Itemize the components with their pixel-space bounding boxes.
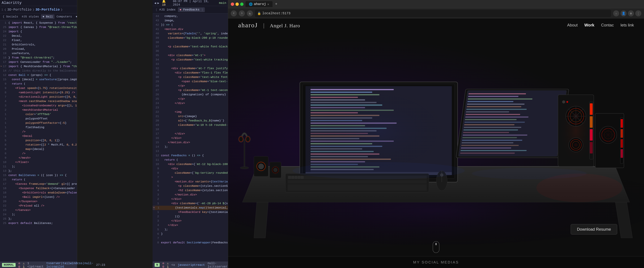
breadcrumb-sep1: ❮ [4, 7, 6, 12]
svg-rect-76 [590, 103, 593, 115]
svg-rect-96 [621, 119, 623, 128]
svg-rect-98 [621, 139, 623, 148]
svg-rect-114 [295, 176, 297, 179]
svg-rect-57 [466, 114, 520, 115]
svg-rect-63 [464, 129, 518, 130]
tab-js-index[interactable]: ( #JS index [154, 7, 177, 12]
new-tab-btn[interactable]: + [273, 1, 279, 7]
menu-btn[interactable]: ⋮ [635, 10, 641, 16]
status-warnings2: ⚠ 1 [167, 262, 169, 268]
browser-nav-bar: ‹ › ↻ 🔒 localhost:5173 ☆ 👤 ⚙ ⋮ [228, 8, 644, 18]
breadcrumb: 1 ❮ 3D-Portfolio ❯ 3D-Portfolio ❯ [1, 7, 63, 12]
editor2-topbar: ◀ ▶ 🔔 10 06:07 PM | April 19, 2024 main [152, 0, 228, 6]
svg-rect-54 [467, 106, 522, 107]
svg-point-91 [574, 143, 578, 147]
extensions-btn[interactable]: ⚙ [628, 10, 634, 16]
tab-earth[interactable]: ● Earth [74, 14, 77, 19]
tab-computers[interactable]: Computers [55, 14, 74, 19]
svg-rect-112 [288, 176, 291, 179]
svg-point-134 [293, 162, 465, 179]
browser-tab-aharoj[interactable]: 🌐 aharoj ✕ [246, 1, 272, 7]
svg-rect-110 [288, 184, 427, 188]
scroll-indicator [433, 241, 440, 253]
svg-point-129 [240, 167, 249, 169]
status-warnings: ⚠ 1 [23, 262, 25, 268]
time-display: 06:07 PM | April 19, 2024 [173, 0, 217, 6]
svg-rect-67 [462, 140, 522, 141]
back-button[interactable]: ‹ [231, 10, 237, 16]
breadcrumb-file: 3D-Portfolio [36, 8, 60, 11]
status-pos: 27:23 [96, 263, 105, 267]
nav-letslink[interactable]: lets link [620, 23, 634, 27]
profile-btn[interactable]: 👤 [620, 10, 626, 16]
svg-rect-78 [590, 129, 593, 141]
nav-about[interactable]: About [567, 23, 578, 27]
svg-rect-115 [298, 176, 300, 179]
refresh-button[interactable]: ↻ [247, 10, 253, 16]
svg-point-92 [562, 100, 565, 103]
svg-rect-71 [460, 150, 526, 151]
svg-rect-55 [466, 109, 526, 110]
svg-rect-64 [463, 132, 509, 133]
download-resume-label: Download Resume [577, 227, 611, 232]
svg-point-136 [536, 174, 622, 202]
editor1-code: 1( import React, { Suspense } from 'reac… [0, 20, 77, 262]
svg-rect-60 [464, 122, 525, 123]
site-logo: aharoJ [238, 22, 258, 29]
editor1-content: 1( import React, { Suspense } from 'reac… [0, 20, 77, 262]
svg-rect-66 [462, 137, 517, 138]
editor2-statusbar: N ⊘ 0 ⚠ 1 <x javascriptreact null-ls|tss… [152, 262, 228, 268]
site-logo-name: Angel J. Haro [270, 23, 300, 28]
download-resume-button[interactable]: Download Resume [571, 224, 617, 235]
bookmark-btn[interactable]: ☆ [613, 10, 619, 16]
vim-mode: NORMAL [2, 263, 16, 267]
status-errors: ⊘ 0 [18, 262, 20, 268]
svg-rect-74 [558, 95, 594, 167]
browser-panel: 🌐 aharoj ✕ + ‹ › ↻ 🔒 localhost:5173 ☆ 👤 … [228, 0, 644, 268]
svg-rect-49 [468, 93, 526, 94]
status-errors2: ⊘ 0 [162, 262, 164, 268]
editor1-breadcrumb-bar: 1 ❮ 3D-Portfolio ❯ 3D-Portfolio ❯ [0, 6, 77, 13]
breadcrumb-folder1: 3D-Portfolio [7, 8, 31, 11]
tab-socials[interactable]: { Socials [1, 14, 20, 19]
minimize-dot[interactable] [236, 2, 239, 6]
arrow-right: ▶ [158, 1, 159, 5]
editor1-file-tabs: { Socials #JS styles ● Ball Computers ● … [0, 13, 77, 20]
svg-rect-48 [458, 90, 566, 156]
tab-favicon: 🌐 [249, 2, 252, 6]
editor1-titlebar: Alacritty [0, 0, 77, 6]
social-bar: MY SOCIAL MEDIAS [228, 256, 644, 268]
forward-button[interactable]: › [239, 10, 245, 16]
svg-rect-128 [244, 139, 245, 168]
svg-rect-68 [462, 142, 513, 143]
tab-close-btn[interactable]: ✕ [267, 2, 269, 6]
lock-icon: 🔒 [257, 11, 261, 15]
svg-rect-53 [467, 104, 524, 105]
tab-ball[interactable]: ● Ball [41, 14, 54, 19]
site-logo-separator: | [262, 23, 266, 29]
svg-rect-62 [464, 127, 521, 128]
url-bar[interactable]: 🔒 localhost:5173 [255, 10, 611, 17]
site-nav-links: About Work Contac lets link [567, 23, 634, 27]
svg-rect-46 [306, 86, 452, 175]
nav-contact[interactable]: Contac [601, 23, 614, 27]
url-text: localhost:5173 [262, 11, 290, 15]
breadcrumb-num: 1 [1, 8, 3, 11]
svg-rect-116 [301, 176, 304, 179]
editor2-nav: ◀ ▶ [154, 1, 159, 5]
editor2-file-tabs: ( #JS index ● Feedbacks ) [152, 6, 228, 13]
close-dot[interactable] [231, 2, 234, 6]
website-viewport: aharoJ | Angel J. Haro About Work Contac… [228, 18, 644, 268]
branch-name: main [219, 1, 226, 5]
editor2-meta: 🔔 10 06:07 PM | April 19, 2024 main [162, 0, 226, 6]
tab-feedbacks[interactable]: ● Feedbacks ) [178, 7, 205, 12]
svg-rect-97 [621, 129, 623, 138]
browser-window-bar: 🌐 aharoj ✕ + [228, 0, 644, 8]
svg-rect-50 [468, 96, 518, 97]
tab-js-styles[interactable]: #JS styles [20, 14, 40, 19]
maximize-dot[interactable] [240, 2, 244, 6]
svg-point-122 [258, 164, 264, 169]
nav-work[interactable]: Work [584, 23, 594, 27]
scroll-dot [435, 243, 437, 245]
breadcrumb-sep2: ❯ [32, 7, 34, 12]
